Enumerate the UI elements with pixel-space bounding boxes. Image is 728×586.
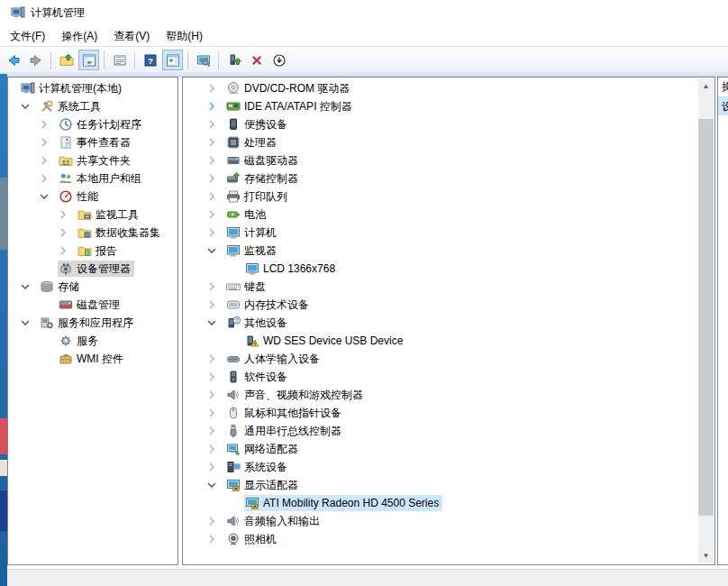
- chevron-right-icon[interactable]: [58, 242, 77, 260]
- chevron-right-icon[interactable]: [39, 169, 58, 188]
- scan-hardware-button[interactable]: [223, 50, 244, 70]
- disable-button[interactable]: [268, 50, 289, 70]
- chevron-right-icon[interactable]: [58, 206, 77, 224]
- device-tree-item[interactable]: 键盘: [183, 278, 714, 296]
- device-tree-item[interactable]: 照相机: [183, 530, 714, 548]
- menu-item[interactable]: 帮助(H): [158, 26, 211, 46]
- chevron-right-icon[interactable]: [206, 206, 225, 224]
- console-tree-item[interactable]: 服务: [8, 332, 177, 350]
- chevron-right-icon[interactable]: [206, 133, 225, 151]
- console-tree-item[interactable]: 磁盘管理: [8, 296, 177, 314]
- device-tree-item[interactable]: 监视器: [183, 242, 714, 260]
- forward-arrow-button[interactable]: [25, 50, 46, 70]
- device-tree-item[interactable]: IDE ATA/ATAPI 控制器: [183, 97, 714, 115]
- device-tree-item[interactable]: 声音、视频和游戏控制器: [183, 386, 714, 404]
- chevron-down-icon[interactable]: [20, 314, 39, 332]
- actions-panel-item-device-manager[interactable]: 设备管理器: [718, 97, 728, 115]
- console-tree-item-label: 共享文件夹: [76, 153, 131, 169]
- device-tree-item[interactable]: 人体学输入设备: [183, 350, 714, 368]
- chevron-right-icon[interactable]: [206, 530, 225, 548]
- chevron-right-icon[interactable]: [206, 115, 225, 133]
- device-tree-item[interactable]: 显示适配器: [183, 476, 714, 494]
- device-tree-item[interactable]: WD SES Device USB Device: [183, 332, 714, 350]
- chevron-right-icon[interactable]: [39, 115, 58, 133]
- menu-item[interactable]: 查看(V): [105, 26, 158, 46]
- scrollbar-thumb[interactable]: [698, 119, 714, 516]
- device-tree-item[interactable]: DVD/CD-ROM 驱动器: [183, 79, 714, 97]
- device-tree-item[interactable]: 网络适配器: [183, 440, 714, 458]
- console-tree-button[interactable]: [78, 50, 99, 70]
- chevron-right-icon[interactable]: [206, 79, 225, 97]
- menu-item[interactable]: 操作(A): [53, 26, 105, 46]
- console-tree-item[interactable]: 事件查看器: [8, 133, 177, 151]
- chevron-right-icon[interactable]: [206, 512, 225, 530]
- console-tree-item[interactable]: 系统工具: [8, 97, 177, 115]
- device-tree-item[interactable]: 软件设备: [183, 368, 714, 386]
- device-tree-item[interactable]: 电池: [183, 206, 714, 224]
- help-button[interactable]: ?: [140, 50, 160, 70]
- chevron-down-icon[interactable]: [39, 188, 58, 206]
- chevron-right-icon[interactable]: [206, 440, 225, 458]
- back-arrow-button[interactable]: [3, 50, 23, 70]
- console-tree-item[interactable]: 监视工具: [8, 206, 177, 224]
- chevron-right-icon[interactable]: [206, 296, 225, 314]
- chevron-right-icon[interactable]: [206, 350, 225, 368]
- device-tree-item[interactable]: LCD 1366x768: [183, 260, 714, 278]
- device-tree-item[interactable]: 通用串行总线控制器: [183, 422, 714, 440]
- chevron-down-icon[interactable]: [206, 476, 225, 494]
- device-tree-item[interactable]: 存储控制器: [183, 169, 714, 188]
- chevron-right-icon[interactable]: [39, 133, 58, 151]
- chevron-down-icon[interactable]: [20, 97, 39, 115]
- console-tree-item[interactable]: 设备管理器: [8, 260, 177, 278]
- device-tree-item[interactable]: 鼠标和其他指针设备: [183, 404, 714, 422]
- toolbar-separator: [187, 51, 188, 69]
- device-tree-item[interactable]: 处理器: [183, 133, 714, 151]
- chevron-right-icon[interactable]: [206, 368, 225, 386]
- display-adapter-icon: [245, 496, 259, 510]
- chevron-right-icon[interactable]: [206, 458, 225, 476]
- chevron-down-icon[interactable]: [206, 242, 225, 260]
- action-pane-button[interactable]: [162, 50, 183, 70]
- folder-up-button[interactable]: [56, 50, 77, 70]
- chevron-spacer: [225, 260, 244, 278]
- chevron-down-icon[interactable]: [206, 314, 225, 332]
- chevron-down-icon[interactable]: [20, 278, 39, 296]
- menu-item[interactable]: 文件(F): [2, 26, 53, 46]
- chevron-right-icon[interactable]: [206, 188, 225, 206]
- properties-button[interactable]: [109, 50, 130, 70]
- console-tree-item[interactable]: 共享文件夹: [8, 151, 177, 169]
- device-tree-item[interactable]: ?其他设备: [183, 314, 714, 332]
- chevron-right-icon[interactable]: [206, 97, 225, 115]
- chevron-right-icon[interactable]: [58, 224, 77, 242]
- console-tree-item[interactable]: 计算机管理(本地): [8, 79, 177, 97]
- device-tree-item[interactable]: 便携设备: [183, 115, 714, 133]
- console-tree-item[interactable]: 性能: [8, 188, 177, 206]
- chevron-right-icon[interactable]: [206, 404, 225, 422]
- chevron-right-icon[interactable]: [39, 151, 58, 169]
- device-tree-item[interactable]: ATI Mobility Radeon HD 4500 Series: [183, 494, 714, 512]
- console-tree-item[interactable]: 任务计划程序: [8, 115, 177, 133]
- console-tree-item[interactable]: 本地用户和组: [8, 169, 177, 188]
- device-tree-item[interactable]: 系统设备: [183, 458, 714, 476]
- chevron-right-icon[interactable]: [206, 386, 225, 404]
- console-tree-item[interactable]: 服务和应用程序: [8, 314, 177, 332]
- console-tree-item[interactable]: WMI 控件: [8, 350, 177, 368]
- uninstall-button[interactable]: [246, 50, 267, 70]
- chevron-right-icon[interactable]: [206, 169, 225, 188]
- device-tree-item[interactable]: 音频输入和输出: [183, 512, 714, 530]
- device-tree-item[interactable]: 打印队列: [183, 188, 714, 206]
- chevron-right-icon[interactable]: [206, 278, 225, 296]
- chevron-right-icon[interactable]: [206, 224, 225, 242]
- device-tree-item[interactable]: 计算机: [183, 224, 714, 242]
- console-tree-item[interactable]: 报告: [8, 242, 177, 260]
- device-tree-scrollbar[interactable]: ▲ ▼: [698, 78, 714, 563]
- console-tree-item[interactable]: 数据收集器集: [8, 224, 177, 242]
- device-tree-item[interactable]: 内存技术设备: [183, 296, 714, 314]
- scroll-up-icon[interactable]: ▲: [698, 78, 714, 94]
- device-tree-item[interactable]: 磁盘驱动器: [183, 151, 714, 169]
- remote-screen-button[interactable]: [193, 50, 214, 70]
- console-tree-item[interactable]: 存储: [8, 278, 177, 296]
- scroll-down-icon[interactable]: ▼: [698, 548, 714, 563]
- chevron-right-icon[interactable]: [206, 422, 225, 440]
- chevron-right-icon[interactable]: [206, 151, 225, 169]
